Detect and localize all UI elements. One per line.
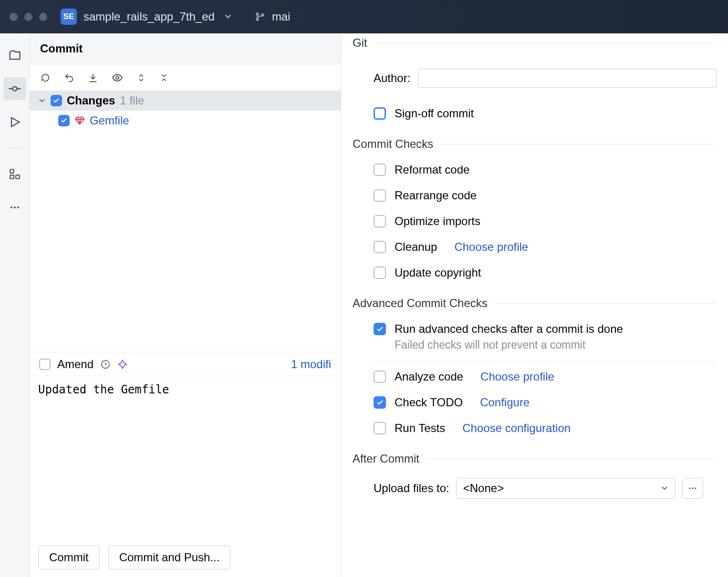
commit-panel-header: Commit: [30, 33, 341, 64]
commit-button[interactable]: Commit: [38, 546, 100, 569]
file-checkbox[interactable]: [58, 115, 70, 126]
project-badge: SE: [61, 9, 77, 25]
download-icon[interactable]: [88, 72, 98, 83]
chevron-down-icon: [661, 484, 668, 492]
run-advanced-note: Failed checks will not prevent a commit: [395, 339, 717, 351]
cleanup-checkbox[interactable]: [374, 241, 386, 253]
amend-label: Amend: [57, 358, 94, 371]
run-tool-icon[interactable]: [3, 111, 26, 134]
ruby-icon: [74, 115, 85, 126]
commit-panel: Commit Changes 1 file Gemfile Am: [30, 33, 341, 577]
svg-point-0: [256, 13, 259, 15]
file-name: Gemfile: [90, 114, 129, 127]
amend-bar: Amend 1 modifi: [30, 352, 341, 376]
run-tests-label: Run Tests: [395, 422, 445, 435]
reformat-label: Reformat code: [395, 163, 469, 176]
commit-message-input[interactable]: Updated the Gemfile: [30, 376, 341, 538]
svg-point-2: [261, 14, 264, 16]
author-label: Author:: [374, 72, 410, 85]
changes-group-row[interactable]: Changes 1 file: [30, 91, 341, 111]
copyright-label: Update copyright: [395, 266, 481, 279]
analyze-choose-profile-link[interactable]: Choose profile: [480, 370, 554, 383]
svg-point-1: [256, 18, 259, 21]
svg-point-14: [695, 487, 696, 489]
left-tool-strip: [0, 33, 30, 577]
run-tests-checkbox[interactable]: [374, 422, 386, 434]
changes-list: Changes 1 file Gemfile: [30, 91, 341, 352]
eye-icon[interactable]: [112, 72, 123, 83]
signoff-label: Sign-off commit: [395, 107, 474, 120]
cleanup-choose-profile-link[interactable]: Choose profile: [454, 240, 528, 254]
run-advanced-checkbox[interactable]: [374, 323, 386, 335]
choose-configuration-link[interactable]: Choose configuration: [462, 422, 571, 435]
expand-icon[interactable]: [136, 73, 146, 82]
advanced-checks-header: Advanced Commit Checks: [353, 297, 488, 310]
svg-point-10: [116, 76, 119, 79]
optimize-checkbox[interactable]: [374, 215, 386, 227]
traffic-light-zoom[interactable]: [39, 13, 47, 21]
changes-count: 1 file: [120, 94, 144, 107]
project-name[interactable]: sample_rails_app_7th_ed: [83, 10, 215, 23]
toolbar-separator: [8, 148, 22, 148]
commit-tool-icon[interactable]: [3, 77, 26, 100]
svg-point-7: [10, 206, 12, 208]
commit-toolbar: [30, 64, 341, 91]
commit-button-row: Commit Commit and Push...: [30, 538, 341, 577]
chevron-down-icon[interactable]: [224, 13, 232, 21]
amend-checkbox[interactable]: [39, 359, 51, 370]
structure-tool-icon[interactable]: [3, 163, 26, 185]
upload-files-label: Upload files to:: [374, 482, 449, 495]
refresh-icon[interactable]: [40, 72, 51, 83]
project-tool-icon[interactable]: [3, 44, 26, 67]
upload-files-select[interactable]: <None>: [456, 478, 676, 499]
cleanup-label: Cleanup: [395, 240, 437, 254]
commit-checks-header: Commit Checks: [353, 137, 433, 151]
svg-point-3: [12, 87, 17, 91]
traffic-light-minimize[interactable]: [24, 13, 32, 21]
git-section-header: Git: [353, 36, 367, 50]
author-input[interactable]: [418, 69, 717, 88]
modified-count[interactable]: 1 modifi: [291, 358, 331, 371]
file-row[interactable]: Gemfile: [30, 111, 341, 131]
svg-point-13: [692, 487, 693, 489]
svg-point-12: [689, 487, 690, 489]
reformat-checkbox[interactable]: [374, 164, 386, 176]
traffic-light-close[interactable]: [10, 13, 18, 21]
analyze-code-label: Analyze code: [395, 370, 463, 383]
changes-group-label: Changes: [67, 94, 115, 107]
svg-rect-6: [10, 175, 14, 179]
svg-point-9: [17, 206, 19, 208]
chevron-down-icon[interactable]: [38, 97, 46, 104]
check-todo-checkbox[interactable]: [374, 396, 386, 409]
optimize-label: Optimize imports: [395, 215, 480, 228]
svg-rect-5: [16, 175, 20, 179]
branch-icon[interactable]: [255, 11, 265, 22]
todo-configure-link[interactable]: Configure: [480, 396, 530, 409]
history-icon[interactable]: [100, 359, 111, 370]
group-checkbox[interactable]: [51, 95, 62, 106]
commit-and-push-button[interactable]: Commit and Push...: [108, 546, 231, 569]
svg-point-8: [14, 206, 16, 208]
collapse-icon[interactable]: [159, 73, 169, 82]
run-advanced-label: Run advanced checks after a commit is do…: [395, 322, 623, 336]
commit-options-panel: Git Author: Sign-off commit Commit Check…: [341, 33, 728, 577]
upload-more-button[interactable]: [682, 478, 703, 499]
rearrange-checkbox[interactable]: [374, 189, 386, 202]
signoff-checkbox[interactable]: [374, 107, 386, 120]
analyze-code-checkbox[interactable]: [374, 371, 386, 383]
upload-files-value: <None>: [463, 482, 504, 495]
undo-icon[interactable]: [64, 72, 74, 83]
copyright-checkbox[interactable]: [374, 267, 386, 279]
after-commit-header: After Commit: [353, 452, 419, 465]
ai-icon[interactable]: [117, 359, 128, 370]
check-todo-label: Check TODO: [395, 396, 463, 409]
rearrange-label: Rearrange code: [395, 189, 477, 202]
window-titlebar: SE sample_rails_app_7th_ed mai: [0, 0, 728, 33]
ellipsis-icon: [688, 484, 697, 493]
separator: [374, 361, 717, 361]
more-tool-icon[interactable]: [3, 196, 26, 219]
svg-rect-4: [10, 169, 14, 173]
branch-name[interactable]: mai: [272, 10, 291, 23]
